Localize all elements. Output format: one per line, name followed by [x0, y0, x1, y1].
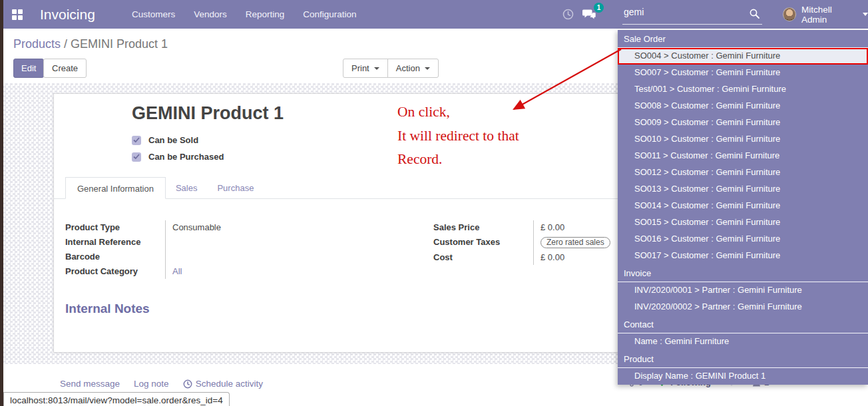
can-be-sold-row: Can be Sold: [132, 135, 198, 145]
chevron-down-icon: [863, 13, 868, 16]
clock-icon: [183, 379, 192, 389]
create-button[interactable]: Create: [43, 59, 87, 78]
tax-tag: Zero rated sales: [541, 237, 610, 248]
schedule-activity-link[interactable]: Schedule activity: [183, 379, 263, 389]
field-value: [165, 235, 331, 250]
search-result-so007[interactable]: SO007 > Customer : Gemini Furniture: [618, 65, 868, 81]
search-result-so008[interactable]: SO008 > Customer : Gemini Furniture: [618, 98, 868, 114]
search-result-so009[interactable]: SO009 > Customer : Gemini Furniture: [618, 114, 868, 131]
can-be-purchased-checkbox[interactable]: [132, 152, 141, 162]
field-internal-reference: Internal Reference: [65, 235, 331, 250]
print-action-group: Print Action: [343, 59, 439, 78]
window-edge-strip: [0, 0, 3, 406]
search-result-so012[interactable]: SO012 > Customer : Gemini Furniture: [618, 164, 868, 181]
user-menu[interactable]: Mitchell Admin: [783, 0, 868, 29]
can-be-purchased-label: Can be Purchased: [148, 152, 224, 162]
top-navbar: Invoicing Customers Vendors Reporting Co…: [0, 0, 868, 29]
send-message-link[interactable]: Send message: [60, 379, 120, 389]
field-value: Consumable: [165, 220, 331, 235]
breadcrumb: Products / GEMINI Product 1: [13, 37, 168, 51]
field-barcode: Barcode: [65, 250, 331, 264]
field-label: Sales Price: [433, 220, 533, 235]
search-result-so011[interactable]: SO011 > Customer : Gemini Furniture: [618, 148, 868, 164]
can-be-sold-label: Can be Sold: [148, 135, 198, 145]
breadcrumb-current: GEMINI Product 1: [71, 37, 168, 51]
main-menu: Customers Vendors Reporting Configuratio…: [132, 9, 357, 19]
search-input[interactable]: [622, 5, 742, 19]
user-name: Mitchell Admin: [801, 5, 857, 25]
field-label: Barcode: [65, 250, 165, 264]
search-result-so004[interactable]: SO004 > Customer : Gemini Furniture: [618, 48, 868, 65]
menu-configuration[interactable]: Configuration: [303, 9, 356, 19]
global-search: [622, 5, 762, 25]
search-result-so010[interactable]: SO010 > Customer : Gemini Furniture: [618, 131, 868, 148]
chevron-down-icon: [374, 67, 379, 70]
action-dropdown-button[interactable]: Action: [387, 59, 439, 78]
menu-reporting[interactable]: Reporting: [246, 9, 285, 19]
search-result-so013[interactable]: SO013 > Customer : Gemini Furniture: [618, 181, 868, 198]
section-header-product: Product: [618, 350, 868, 368]
field-label: Product Category: [65, 264, 165, 279]
apps-grid-icon[interactable]: [12, 9, 23, 20]
can-be-purchased-row: Can be Purchased: [132, 152, 224, 162]
user-avatar: [783, 7, 796, 21]
menu-vendors[interactable]: Vendors: [194, 9, 227, 19]
search-result-so015[interactable]: SO015 > Customer : Gemini Furniture: [618, 214, 868, 231]
log-note-link[interactable]: Log note: [134, 379, 169, 389]
tab-sales[interactable]: Sales: [166, 177, 208, 198]
field-label: Cost: [433, 250, 533, 265]
search-result-inv-0002[interactable]: INV/2020/0002 > Partner : Gemini Furnitu…: [618, 299, 868, 315]
app-title: Invoicing: [40, 7, 95, 23]
search-result-so017[interactable]: SO017 > Customer : Gemini Furniture: [618, 248, 868, 264]
search-result-product[interactable]: Display Name : GEMINI Product 1: [618, 368, 868, 385]
section-header-contact: Contact: [618, 315, 868, 333]
status-bar-url: localhost:8013/mail/view?model=sale.orde…: [3, 392, 230, 406]
product-category-link[interactable]: All: [172, 266, 182, 276]
search-result-so014[interactable]: SO014 > Customer : Gemini Furniture: [618, 198, 868, 214]
activities-clock-icon[interactable]: [562, 9, 574, 20]
screen: Invoicing Customers Vendors Reporting Co…: [0, 0, 868, 406]
search-result-test001[interactable]: Test/001 > Customer : Gemini Furniture: [618, 81, 868, 98]
field-label: Internal Reference: [65, 235, 165, 250]
can-be-sold-checkbox[interactable]: [132, 136, 141, 145]
product-title: GEMINI Product 1: [132, 103, 284, 124]
search-results-dropdown: Sale Order SO004 > Customer : Gemini Fur…: [618, 30, 868, 385]
chevron-down-icon: [425, 67, 430, 70]
field-product-type: Product Type Consumable: [65, 220, 331, 235]
annotation-note: On click, It will redirect to that Recor…: [397, 101, 519, 172]
tab-general-information[interactable]: General Information: [65, 177, 166, 199]
search-result-contact[interactable]: Name : Gemini Furniture: [618, 333, 868, 350]
field-value: [165, 250, 331, 264]
breadcrumb-products-link[interactable]: Products: [13, 37, 61, 51]
annotation-line: On click,: [397, 101, 519, 124]
field-label: Product Type: [65, 220, 165, 235]
field-label: Customer Taxes: [433, 235, 533, 250]
breadcrumb-separator: /: [61, 37, 71, 51]
field-product-category: Product Category All: [65, 264, 331, 279]
annotation-line: It will redirect to that: [397, 124, 519, 148]
menu-customers[interactable]: Customers: [132, 9, 175, 19]
search-result-inv-0001[interactable]: INV/2020/0001 > Partner : Gemini Furnitu…: [618, 282, 868, 299]
search-icon[interactable]: [749, 8, 760, 19]
search-result-so016[interactable]: SO016 > Customer : Gemini Furniture: [618, 231, 868, 248]
internal-notes-heading: Internal Notes: [65, 302, 150, 316]
annotation-line: Record.: [397, 148, 519, 172]
section-header-sale-order: Sale Order: [618, 30, 868, 48]
print-dropdown-button[interactable]: Print: [343, 59, 388, 78]
field-group-left: Product Type Consumable Internal Referen…: [65, 220, 331, 279]
edit-button[interactable]: Edit: [13, 59, 44, 78]
tab-purchase[interactable]: Purchase: [207, 177, 264, 198]
section-header-invoice: Invoice: [618, 264, 868, 282]
message-count-badge[interactable]: 1: [594, 3, 604, 13]
